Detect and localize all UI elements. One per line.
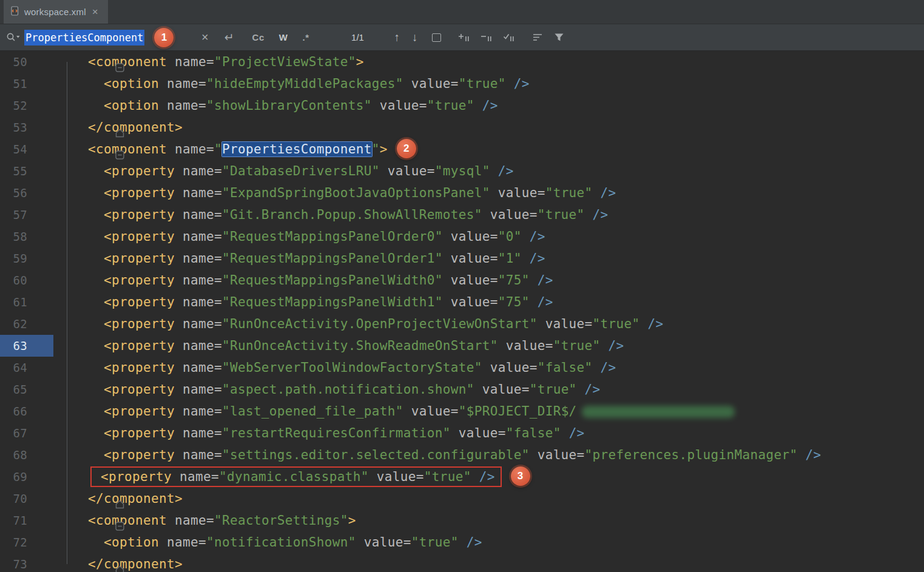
xml-equals: = — [577, 448, 585, 462]
xml-equals: = — [522, 382, 530, 397]
xml-tag: <property — [101, 469, 180, 484]
remove-occurrence-icon[interactable] — [481, 33, 492, 42]
xml-tag: <component — [88, 513, 175, 528]
select-all-occurrences-icon[interactable] — [503, 33, 514, 42]
xml-attr-name: value — [451, 251, 490, 266]
xml-attr-value: "true" — [424, 469, 479, 484]
match-case-toggle[interactable]: Cc — [252, 32, 265, 42]
sort-lines-icon[interactable] — [533, 33, 543, 42]
open-results-icon[interactable] — [432, 33, 441, 42]
search-input[interactable]: PropertiesComponent 1 — [24, 29, 195, 47]
line-number: 60 — [0, 269, 53, 291]
xml-equals: = — [490, 251, 498, 266]
xml-tag: <property — [88, 404, 183, 419]
fold-start-icon[interactable] — [115, 57, 124, 66]
fold-end-icon[interactable] — [115, 494, 124, 503]
xml-slash: /> — [805, 448, 821, 462]
newline-icon[interactable]: ↵ — [224, 30, 234, 44]
code-text: <property name="ExpandSpringBootJavaOpti… — [88, 182, 924, 204]
xml-file-icon — [10, 6, 19, 18]
xml-attr-value: " — [214, 142, 222, 156]
code-line: 52 <option name="showLibraryContents" va… — [0, 95, 924, 116]
find-bar: PropertiesComponent 1 × ↵ Cc W .* 1/1 ↑ … — [0, 24, 924, 51]
code-text: <property name="RequestMappingsPanelOrde… — [88, 247, 924, 269]
fold-column — [53, 400, 88, 422]
fold-column — [53, 510, 88, 531]
whole-words-toggle[interactable]: W — [279, 32, 288, 42]
xml-tag: <property — [88, 360, 183, 375]
fold-end-icon[interactable] — [115, 559, 124, 568]
xml-attr-name: name — [183, 426, 214, 440]
fold-start-icon[interactable] — [115, 516, 124, 525]
code-text: <property name="RunOnceActivity.OpenProj… — [88, 313, 924, 335]
tab-close-icon[interactable]: × — [91, 7, 99, 17]
xml-tag: > — [348, 513, 356, 528]
clear-search-icon[interactable]: × — [201, 30, 209, 44]
xml-attr-value: " — [372, 142, 380, 156]
xml-slash: /> — [569, 426, 585, 440]
code-line: 71<component name="ReactorSettings"> — [0, 510, 924, 531]
code-text: <property name="aspect.path.notification… — [88, 379, 924, 400]
line-number: 53 — [0, 116, 53, 138]
code-text: <component name="ReactorSettings"> — [88, 510, 924, 531]
fold-column — [53, 51, 88, 73]
xml-tag: <property — [88, 295, 183, 309]
xml-attr-value: "RequestMappingsPanelOrder0" — [222, 229, 451, 244]
xml-attr-value: "true" — [545, 186, 601, 200]
xml-attr-value: "RunOnceActivity.OpenProjectViewOnStart" — [222, 317, 545, 331]
filter-icon[interactable] — [554, 33, 564, 42]
code-text: <property name="RunOnceActivity.ShowRead… — [88, 335, 924, 357]
code-text: <option name="hideEmptyMiddlePackages" v… — [88, 73, 924, 95]
xml-slash: /> — [498, 164, 514, 178]
xml-equals: = — [419, 98, 427, 113]
xml-attr-name: name — [183, 186, 214, 200]
xml-attr-value: "hideEmptyMiddlePackages" — [206, 76, 411, 91]
code-line: 73</component> — [0, 553, 924, 572]
xml-attr-value: "ReactorSettings" — [214, 513, 348, 528]
regex-toggle[interactable]: .* — [302, 32, 309, 42]
xml-equals: = — [198, 76, 206, 91]
line-number: 51 — [0, 73, 53, 95]
xml-attr-name: name — [175, 55, 206, 69]
fold-column — [53, 553, 88, 572]
step-badge-1: 1 — [154, 28, 174, 47]
code-line: 50<component name="ProjectViewState"> — [0, 51, 924, 73]
tab-workspace-xml[interactable]: workspace.xml × — [4, 0, 108, 24]
line-number: 55 — [0, 160, 53, 182]
previous-occurrence-button[interactable]: ↑ — [394, 31, 400, 44]
next-occurrence-button[interactable]: ↓ — [412, 31, 418, 44]
line-number: 56 — [0, 182, 53, 204]
xml-slash: /> — [593, 207, 609, 222]
code-line: 62 <property name="RunOnceActivity.OpenP… — [0, 313, 924, 335]
xml-equals: = — [214, 404, 222, 419]
search-icon[interactable] — [6, 32, 21, 42]
fold-end-icon[interactable] — [115, 123, 124, 132]
xml-attr-value: "75" — [498, 273, 538, 288]
xml-equals: = — [530, 207, 538, 222]
code-text: <option name="showLibraryContents" value… — [88, 95, 924, 116]
xml-attr-value: "$PROJECT_DIR$/ — [459, 404, 577, 419]
xml-attr-name: value — [451, 229, 490, 244]
xml-slash: /> — [514, 76, 530, 91]
xml-attr-name: name — [183, 404, 214, 419]
fold-column — [53, 335, 88, 357]
xml-slash: /> — [479, 469, 495, 484]
xml-attr-value: "true" — [538, 207, 593, 222]
xml-attr-name: value — [411, 404, 451, 419]
xml-attr-name: name — [183, 338, 214, 353]
add-occurrence-icon[interactable] — [458, 33, 470, 42]
code-line: 55 <property name="DatabaseDriversLRU" v… — [0, 160, 924, 182]
line-number: 67 — [0, 422, 53, 444]
xml-attr-name: value — [498, 186, 538, 200]
line-number: 72 — [0, 531, 53, 553]
xml-attr-name: name — [183, 360, 214, 375]
xml-attr-value: "true" — [530, 382, 585, 397]
xml-attr-name: name — [183, 207, 214, 222]
fold-column — [53, 379, 88, 400]
xml-tag: <option — [88, 76, 167, 91]
fold-start-icon[interactable] — [115, 144, 124, 153]
xml-attr-value: "aspect.path.notification.shown" — [222, 382, 482, 397]
xml-attr-value: "true" — [553, 338, 609, 353]
xml-attr-name: value — [377, 469, 416, 484]
xml-attr-value: "notificationShown" — [206, 535, 364, 550]
